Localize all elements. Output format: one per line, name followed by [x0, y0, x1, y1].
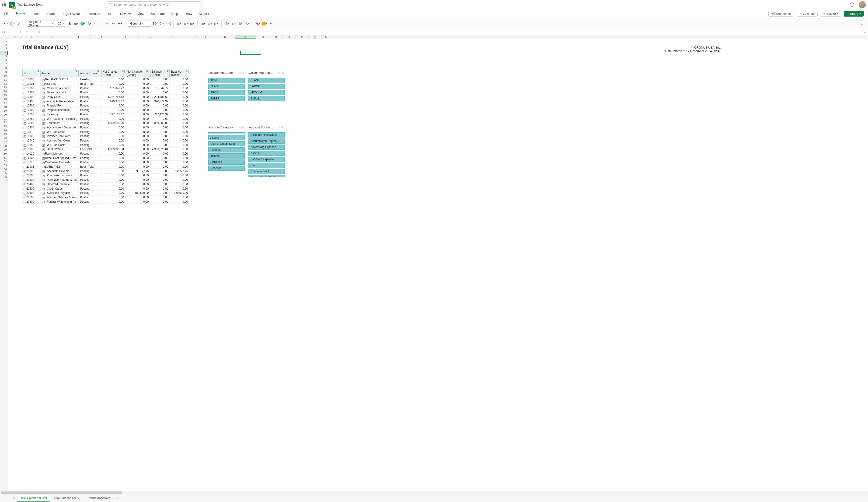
table-row[interactable]: +20400+Deferred RevenuePosting0.000.000.… — [22, 182, 189, 186]
clear-filter-icon[interactable]: ⟲ — [282, 126, 284, 129]
slicer-item[interactable]: Advertising Expense — [248, 144, 285, 150]
accept-formula-icon[interactable]: ✓ — [31, 30, 34, 34]
slicer-item[interactable]: Cost of Goods Sold — [208, 141, 245, 147]
slicer-item[interactable]: Assets — [248, 151, 285, 156]
table-row[interactable]: +10500+Prepaid RentPosting0.000.000.000.… — [22, 104, 189, 108]
select-all-box[interactable] — [0, 35, 8, 39]
font-color-button[interactable]: A▾ — [86, 21, 92, 27]
menu-tab-home[interactable]: Home — [16, 11, 25, 16]
col-header-B[interactable]: B — [22, 35, 40, 39]
row-header-16[interactable]: 16 — [0, 98, 8, 102]
col-header-R[interactable]: R — [322, 35, 331, 39]
row-header-13[interactable]: 13 — [0, 86, 8, 90]
slicer-account-category[interactable]: Account Category⫴⟲ AssetsCost of Goods S… — [207, 124, 246, 178]
table-row[interactable]: +10300+Petty CashPosting1,224,787.680.00… — [22, 95, 189, 99]
col-header-Q[interactable]: Q — [309, 35, 322, 39]
col-header-C[interactable]: C — [40, 35, 65, 39]
row-header-11[interactable]: 11 — [0, 78, 8, 82]
table-row[interactable]: +10940+Accrued Job CostsPosting0.000.000… — [22, 139, 189, 143]
row-header-3[interactable]: 3 — [0, 47, 8, 51]
row-header-23[interactable]: 23 — [0, 125, 8, 129]
table-row[interactable]: +14140+Direct Cost Applied, RetaPosting0… — [22, 156, 189, 160]
row-header-9[interactable]: 9 — [0, 71, 8, 74]
col-header-H[interactable]: H — [161, 35, 180, 39]
table-row[interactable]: +20001+LIABILITIESBegin-Total0.000.000.0… — [22, 165, 189, 169]
app-launcher-icon[interactable] — [2, 2, 7, 7]
multi-select-icon[interactable]: ⫴ — [279, 71, 280, 74]
menu-tab-automate[interactable]: Automate — [151, 12, 165, 16]
slicer-item[interactable]: Bad Debt Expense — [248, 157, 285, 162]
row-header-24[interactable]: 24 — [0, 129, 8, 133]
row-header-10[interactable]: 10 — [0, 74, 8, 78]
row-header-30[interactable]: 30 — [0, 152, 8, 156]
trial-balance-table[interactable]: No.▾Name▾Account Type▾Net Change (Debit)… — [22, 69, 190, 204]
clear-filter-icon[interactable]: ⟲ — [242, 126, 244, 129]
slicer-department[interactable]: Department Code⫴⟲ ADMBLANKPRODSALES — [207, 69, 246, 123]
comments-button[interactable]: 💬 Comments — [768, 11, 794, 17]
conditional-format-button[interactable]: ▦▾ — [176, 21, 182, 27]
slicer-item[interactable]: BLANK — [208, 84, 245, 89]
col-header-E[interactable]: E — [91, 35, 114, 39]
sheet-tab[interactable]: TrialBalanceData — [84, 495, 114, 502]
table-row[interactable]: +10900+Accumulated DepreciatPosting0.000… — [22, 126, 189, 130]
table-row[interactable]: +10750+WIP Account, Finished gPosting0.0… — [22, 117, 189, 121]
autosum-button[interactable]: Σ▾ — [225, 21, 230, 27]
name-box[interactable]: L4▾ — [0, 30, 23, 34]
row-header-15[interactable]: 15 — [0, 94, 8, 98]
fill-color-button[interactable]: 🪣▾ — [80, 21, 86, 27]
row-header-27[interactable]: 27 — [0, 141, 8, 144]
column-headers[interactable]: ABCDEFGHIJKLMNOPQR — [8, 35, 868, 39]
table-row[interactable]: +20200+Purchase DiscountsPosting0.000.00… — [22, 173, 189, 178]
borders-button[interactable]: ▦▾ — [73, 21, 79, 27]
formula-expand-icon[interactable]: ⌄ — [861, 31, 868, 33]
cell-styles-button[interactable]: ▦▾ — [189, 21, 195, 27]
table-row[interactable]: +10600+Prepaid InsurancePosting0.000.000… — [22, 108, 189, 112]
row-header-32[interactable]: 32 — [0, 160, 8, 164]
share-button[interactable]: ⇪ Share ▾ — [844, 11, 864, 17]
row-header-33[interactable]: 33 — [0, 164, 8, 168]
menu-tab-review[interactable]: Review — [120, 12, 131, 16]
ribbon-overflow-button[interactable]: ⌄ — [858, 19, 865, 28]
col-header-P[interactable]: P — [296, 35, 309, 39]
menu-tab-formulas[interactable]: Formulas — [86, 12, 100, 16]
sheet-tab[interactable]: Trial Balance (ACY) — [50, 495, 84, 502]
menu-tab-file[interactable]: File — [4, 12, 10, 16]
slicer-item[interactable]: BLANK — [248, 78, 285, 83]
font-family-select[interactable]: Segoe UI (Body)▾ — [27, 21, 55, 27]
menu-tab-help[interactable]: Help — [171, 12, 178, 16]
align-button[interactable]: ≡▾ — [104, 21, 110, 27]
search-input[interactable]: Search for tools, help, and more (Alt + … — [106, 1, 202, 8]
menu-tab-page-layout[interactable]: Page Layout — [62, 12, 80, 16]
clipboard-button[interactable]: 📋▾ — [9, 21, 15, 27]
table-row[interactable]: +10000+BALANCE SHEETHeading0.000.000.000… — [22, 78, 189, 81]
copilot-button[interactable]: ✦ — [268, 21, 273, 27]
col-header-F[interactable]: F — [114, 35, 138, 39]
sort-filter-button[interactable]: ⇅▾ — [237, 21, 243, 27]
slicer-customergroup[interactable]: Customergroup…⫴⟲ BLANKLARGEMEDIUMSMALL — [247, 69, 286, 123]
multi-select-icon[interactable]: ⫴ — [239, 126, 240, 129]
format-painter-button[interactable]: 🖌 — [16, 21, 21, 27]
clear-filter-icon[interactable]: ⟲ — [242, 71, 244, 74]
col-header-J[interactable]: J — [196, 35, 215, 39]
all-sheets-button[interactable]: ≡ — [12, 496, 17, 500]
row-header-20[interactable]: 20 — [0, 113, 8, 117]
menu-tab-draw[interactable]: Draw — [185, 12, 192, 16]
table-row[interactable]: +10400+Accounts ReceivablePosting990,372… — [22, 99, 189, 103]
row-header-17[interactable]: 17 — [0, 102, 8, 106]
slicer-item[interactable]: Net Asset — [208, 165, 245, 171]
slicer-item[interactable]: Accumulated Depreci… — [248, 139, 285, 143]
currency-format-button[interactable]: $€▾ — [152, 21, 158, 27]
slicer-item[interactable]: Expense — [208, 147, 245, 152]
table-row[interactable]: +10100+Checking accountPosting181,842.72… — [22, 86, 189, 90]
slicer-item[interactable]: ADM — [208, 78, 245, 83]
multi-select-icon[interactable]: ⫴ — [239, 71, 240, 74]
fx-icon[interactable]: fx — [38, 30, 40, 34]
sheet-nav-prev[interactable]: ‹ — [2, 496, 6, 500]
table-row[interactable]: +10700+InventoryPosting727,120.320.00727… — [22, 112, 189, 117]
slicer-item[interactable]: MEDIUM — [248, 90, 285, 95]
row-header-31[interactable]: 31 — [0, 156, 8, 160]
row-headers[interactable]: 1234567891011121314151617181920212223242… — [0, 39, 8, 494]
slicer-item[interactable] — [208, 132, 245, 134]
slicer-item[interactable]: Liabilities — [208, 160, 245, 164]
menu-tab-insert[interactable]: Insert — [31, 12, 40, 16]
